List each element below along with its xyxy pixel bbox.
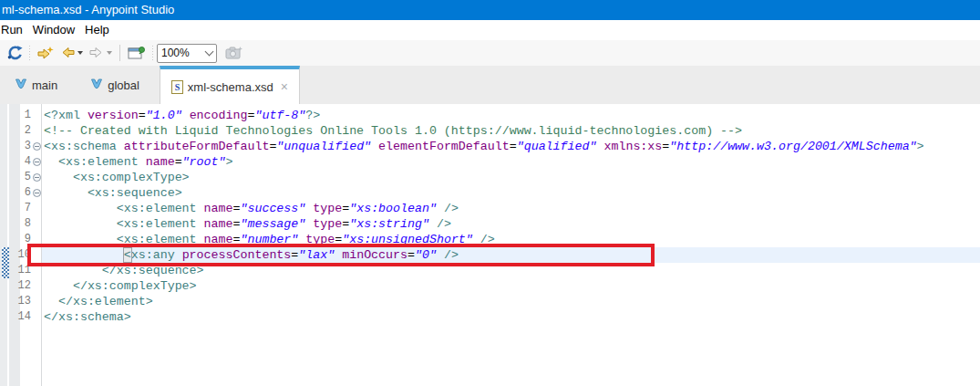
code-line[interactable]: 12 </xs:complexType> xyxy=(0,278,980,294)
line-number: 1 xyxy=(0,108,31,123)
xsd-file-icon: S xyxy=(171,80,183,94)
menu-item-help[interactable]: Help xyxy=(80,20,114,40)
window-title: ml-schema.xsd - Anypoint Studio xyxy=(2,3,174,16)
anypoint-studio-window: ml-schema.xsd - Anypoint Studio RunWindo… xyxy=(0,0,980,386)
collapse-icon[interactable] xyxy=(33,158,41,166)
chevron-down-icon xyxy=(205,47,214,57)
collapse-icon[interactable] xyxy=(33,173,41,182)
forward-arrow-icon xyxy=(88,47,105,59)
code-line[interactable]: 3<xs:schema attributeFormDefault="unqual… xyxy=(0,139,980,154)
fold-column xyxy=(31,216,44,232)
fold-column xyxy=(31,185,44,201)
title-bar: ml-schema.xsd - Anypoint Studio xyxy=(0,0,980,20)
svg-text:S: S xyxy=(175,82,181,92)
line-number: 11 xyxy=(0,263,31,278)
code-text: </xs:sequence> xyxy=(44,263,204,278)
line-number: 13 xyxy=(0,294,31,309)
mule-flow-icon xyxy=(15,78,27,92)
code-text: </xs:complexType> xyxy=(44,278,197,294)
toolbar: 100% xyxy=(0,40,980,66)
zoom-select[interactable]: 100% xyxy=(157,44,217,63)
xml-editor[interactable]: 1<?xml version="1.0" encoding="utf-8"?>2… xyxy=(0,104,980,386)
line-number: 14 xyxy=(0,309,31,325)
code-line[interactable]: 5 <xs:complexType> xyxy=(0,170,980,185)
code-text: <?xml version="1.0" encoding="utf-8"?> xyxy=(44,108,320,123)
fold-column xyxy=(31,247,44,263)
collapse-icon[interactable] xyxy=(33,189,41,197)
fold-column xyxy=(31,139,44,154)
line-number: 6 xyxy=(0,185,31,201)
tab-label: global xyxy=(108,78,139,92)
back-dropdown-icon[interactable] xyxy=(77,51,83,55)
code-text: <xs:element name="root"> xyxy=(44,154,233,170)
code-text: </xs:element> xyxy=(44,294,153,309)
zoom-value: 100% xyxy=(161,47,190,59)
menu-item-window[interactable]: Window xyxy=(28,20,79,40)
fold-column xyxy=(31,123,44,139)
line-number: 2 xyxy=(0,123,31,139)
fold-column xyxy=(31,170,44,185)
fold-column xyxy=(31,294,44,309)
line-number: 7 xyxy=(0,201,31,216)
code-line[interactable]: 1<?xml version="1.0" encoding="utf-8"?> xyxy=(0,108,980,123)
menu-item-run[interactable]: Run xyxy=(0,20,27,40)
line-number: 4 xyxy=(0,154,31,170)
code-line[interactable]: 11 </xs:sequence> xyxy=(0,263,980,278)
collapse-icon[interactable] xyxy=(33,142,41,151)
code-text: <xs:complexType> xyxy=(44,170,190,185)
tab-label: main xyxy=(32,78,57,92)
tab-label: xml-schema.xsd xyxy=(188,80,273,94)
code-line[interactable]: 6 <xs:sequence> xyxy=(0,185,980,201)
code-line[interactable]: 4 <xs:element name="root"> xyxy=(0,154,980,170)
fold-column xyxy=(31,278,44,294)
line-number: 12 xyxy=(0,278,31,294)
back-arrow-icon xyxy=(59,47,76,59)
fold-column xyxy=(31,201,44,216)
tab-global[interactable]: global xyxy=(83,66,147,104)
code-text: <xs:sequence> xyxy=(44,185,182,201)
menu-bar: RunWindowHelp xyxy=(0,20,980,40)
restart-icon xyxy=(6,45,23,61)
code-area[interactable]: 1<?xml version="1.0" encoding="utf-8"?>2… xyxy=(0,108,980,325)
code-text: <xs:schema attributeFormDefault="unquali… xyxy=(44,139,924,154)
code-line[interactable]: 8 <xs:element name="message" type="xs:st… xyxy=(0,216,980,232)
last-edit-location-icon[interactable] xyxy=(34,42,57,64)
code-line[interactable]: 13 </xs:element> xyxy=(0,294,980,309)
restart-icon[interactable] xyxy=(4,42,26,64)
editor-tab-strip: main global S xml-schema.xsd × xyxy=(0,66,980,104)
fold-column xyxy=(31,154,44,170)
forward-icon[interactable] xyxy=(86,42,115,64)
line-number: 9 xyxy=(0,232,31,247)
code-text: <xs:element name="success" type="xs:bool… xyxy=(44,201,459,216)
pin-editor-icon[interactable] xyxy=(125,42,149,64)
line-number: 8 xyxy=(0,216,31,232)
code-text: <!-- Created with Liquid Technologies On… xyxy=(44,123,742,139)
code-text: <xs:any processContents="lax" minOccurs=… xyxy=(44,247,459,263)
code-text: </xs:schema> xyxy=(44,309,131,325)
camera-icon xyxy=(225,46,242,60)
toolbar-separator xyxy=(151,46,154,60)
line-number: 3 xyxy=(0,139,31,154)
line-number: 10 xyxy=(0,247,31,263)
tab-main[interactable]: main xyxy=(7,66,65,104)
close-icon[interactable]: × xyxy=(281,80,288,93)
code-line[interactable]: 2<!-- Created with Liquid Technologies O… xyxy=(0,123,980,139)
line-number: 5 xyxy=(0,170,31,185)
code-line[interactable]: 10 <xs:any processContents="lax" minOccu… xyxy=(0,247,980,263)
tab-xml-schema-xsd[interactable]: S xml-schema.xsd × xyxy=(160,66,300,104)
pin-editor-icon xyxy=(128,46,146,61)
fold-column xyxy=(31,232,44,247)
back-icon[interactable] xyxy=(57,42,86,64)
fold-column xyxy=(31,108,44,123)
toolbar-separator xyxy=(28,46,31,60)
forward-dropdown-icon[interactable] xyxy=(107,51,112,55)
code-line[interactable]: 9 <xs:element name="number" type="xs:uns… xyxy=(0,232,980,247)
code-line[interactable]: 14</xs:schema> xyxy=(0,309,980,325)
code-line[interactable]: 7 <xs:element name="success" type="xs:bo… xyxy=(0,201,980,216)
last-edit-location-icon xyxy=(36,47,54,60)
mule-flow-icon xyxy=(90,78,103,92)
fold-column xyxy=(31,263,44,278)
code-text: <xs:element name="message" type="xs:stri… xyxy=(44,216,451,232)
screenshot-icon[interactable] xyxy=(222,42,245,64)
fold-column xyxy=(31,309,44,325)
